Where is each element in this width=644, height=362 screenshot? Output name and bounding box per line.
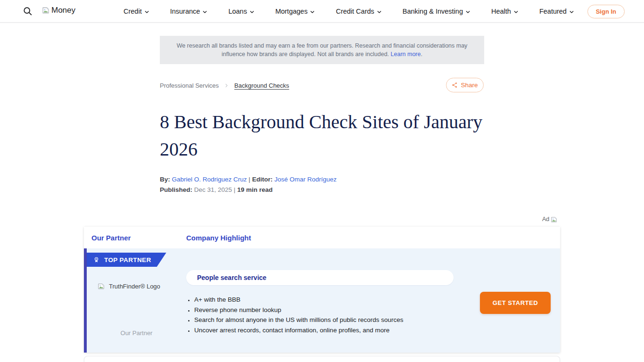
- highlight-bullet-list: A+ with the BBB Reverse phone number loo…: [194, 295, 403, 335]
- chevron-down-icon: [569, 9, 574, 15]
- breadcrumb: Professional Services Background Checks: [160, 82, 289, 89]
- nav-item-insurance[interactable]: Insurance: [170, 8, 208, 15]
- page-title: 8 Best Background Check Sites of January…: [160, 108, 490, 163]
- by-label: By:: [160, 176, 170, 183]
- our-partner-caption: Our Partner: [87, 329, 186, 337]
- breadcrumb-parent-link[interactable]: Professional Services: [160, 82, 219, 89]
- nav-item-loans[interactable]: Loans: [228, 8, 255, 15]
- published-line: Published: Dec 31, 2025 | 19 min read: [160, 186, 272, 193]
- sign-in-button[interactable]: Sign In: [587, 5, 625, 18]
- nav-item-banking-investing[interactable]: Banking & Investing: [403, 8, 471, 15]
- editor-link[interactable]: José Omar Rodríguez: [274, 176, 337, 183]
- share-icon: [452, 82, 458, 88]
- nav-item-health[interactable]: Health: [491, 8, 519, 15]
- partner-card-header: Our Partner Company Highlight: [84, 227, 560, 248]
- read-time: 19 min read: [237, 186, 272, 193]
- nav-item-credit[interactable]: Credit: [124, 8, 149, 15]
- list-item: Uncover arrest records, contact informat…: [194, 325, 403, 336]
- chevron-down-icon: [377, 9, 382, 15]
- nav-item-credit-cards[interactable]: Credit Cards: [336, 8, 381, 15]
- chevron-down-icon: [465, 9, 471, 15]
- chevron-down-icon: [310, 9, 315, 15]
- list-item: A+ with the BBB: [194, 295, 403, 305]
- next-provider-card: [84, 356, 560, 362]
- chevron-down-icon: [202, 9, 207, 15]
- main-nav: Credit Insurance Loans Mortgages Credit …: [124, 0, 618, 23]
- company-highlight-column-header: Company Highlight: [186, 234, 251, 242]
- broken-image-icon: [41, 6, 50, 15]
- author-link[interactable]: Gabriel O. Rodriguez Cruz: [172, 176, 247, 183]
- money-logo[interactable]: Money: [41, 6, 75, 15]
- learn-more-link[interactable]: Learn more: [391, 51, 421, 58]
- medal-icon: [93, 256, 100, 263]
- search-icon[interactable]: [23, 6, 33, 16]
- nav-item-featured[interactable]: Featured: [539, 8, 574, 15]
- page: Money Credit Insurance Loans Mortgages C…: [0, 0, 644, 362]
- chevron-down-icon: [144, 9, 149, 15]
- logo-alt-text: TruthFinder® Logo: [109, 283, 160, 290]
- our-partner-column-header: Our Partner: [84, 234, 186, 242]
- list-item: Search for almost anyone in the US with …: [194, 315, 403, 325]
- truthfinder-logo[interactable]: TruthFinder® Logo: [97, 282, 160, 290]
- disclosure-text: We research all brands listed and may ea…: [177, 42, 468, 58]
- chevron-down-icon: [249, 9, 255, 15]
- share-button[interactable]: Share: [446, 78, 484, 92]
- byline: By: Gabriel O. Rodriguez Cruz | Editor: …: [160, 176, 337, 183]
- broken-image-icon: [97, 282, 105, 290]
- company-highlight-pill: People search service: [186, 270, 454, 285]
- advertiser-disclosure: We research all brands listed and may ea…: [160, 36, 484, 64]
- logo-alt-text: Money: [51, 6, 75, 15]
- list-item: Reverse phone number lookup: [194, 305, 403, 315]
- chevron-right-icon: [224, 83, 229, 88]
- top-partner-badge: TOP PARTNER: [87, 253, 166, 267]
- top-nav-bar: Money Credit Insurance Loans Mortgages C…: [0, 0, 644, 23]
- get-started-button[interactable]: GET STARTED: [480, 292, 551, 314]
- top-partner-card: Our Partner Company Highlight TOP PARTNE…: [84, 227, 560, 353]
- broken-image-icon: [550, 216, 558, 223]
- partner-card-body: TOP PARTNER TruthFinder® Logo Our Partne…: [84, 248, 560, 353]
- chevron-down-icon: [513, 9, 519, 15]
- editor-label: Editor:: [252, 176, 273, 183]
- breadcrumb-current-link[interactable]: Background Checks: [234, 82, 289, 89]
- published-label: Published:: [160, 186, 192, 193]
- ad-label: Ad: [542, 216, 558, 223]
- nav-item-mortgages[interactable]: Mortgages: [275, 8, 315, 15]
- published-date: Dec 31, 2025: [194, 186, 232, 193]
